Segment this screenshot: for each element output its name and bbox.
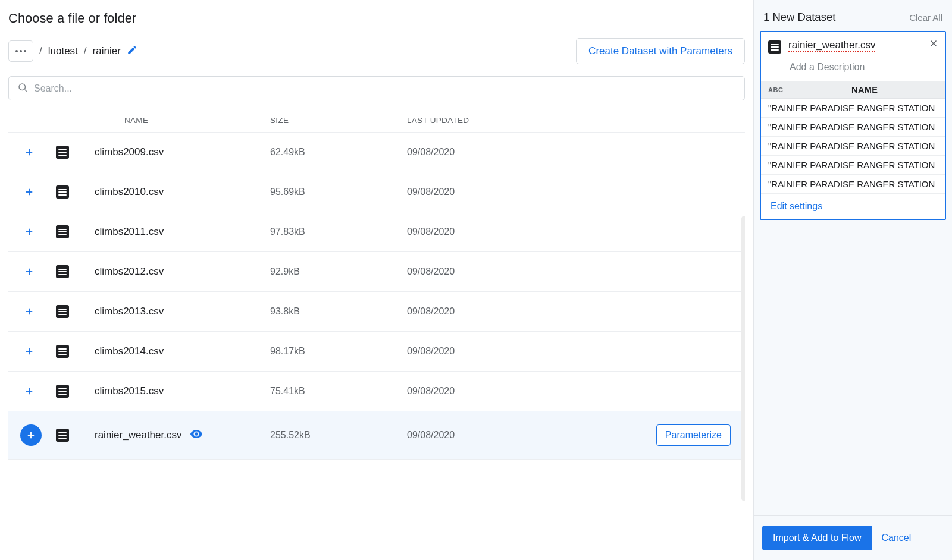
file-name: climbs2015.csv [95, 385, 164, 397]
right-panel-title: 1 New Dataset [763, 11, 835, 24]
table-row[interactable]: climbs2009.csv62.49kB09/08/2020 [8, 133, 745, 172]
file-icon [768, 40, 781, 54]
edit-settings-link[interactable]: Edit settings [761, 194, 945, 219]
clear-all-link[interactable]: Clear All [909, 12, 942, 23]
dataset-name-input[interactable]: rainier_weather.csv [788, 39, 875, 52]
file-name: climbs2011.csv [95, 226, 164, 238]
preview-row: "RAINIER PARADISE RANGER STATION [761, 175, 945, 194]
file-updated: 09/08/2020 [407, 430, 656, 441]
file-icon [56, 185, 69, 199]
right-panel-footer: Import & Add to Flow Cancel [754, 515, 952, 560]
column-header-size[interactable]: SIZE [270, 116, 407, 125]
file-updated: 09/08/2020 [407, 386, 656, 397]
file-icon [56, 345, 69, 358]
add-file-button[interactable] [23, 305, 36, 318]
file-size: 92.9kB [270, 266, 407, 277]
table-header-row: NAME SIZE LAST UPDATED [8, 109, 745, 133]
column-header-updated[interactable]: LAST UPDATED [407, 116, 656, 125]
table-row[interactable]: rainier_weather.csv255.52kB09/08/2020Par… [8, 411, 745, 460]
file-name: climbs2012.csv [95, 266, 164, 278]
file-icon [56, 385, 69, 398]
breadcrumb: / luotest / rainier [39, 45, 137, 58]
preview-row: "RAINIER PARADISE RANGER STATION [761, 137, 945, 156]
remove-file-button[interactable] [20, 424, 42, 446]
file-size: 93.8kB [270, 306, 407, 317]
search-icon [17, 82, 28, 95]
file-size: 75.41kB [270, 386, 407, 397]
preview-column-header: NAME [791, 85, 938, 95]
file-table: NAME SIZE LAST UPDATED climbs2009.csv62.… [8, 109, 745, 552]
cancel-link[interactable]: Cancel [882, 533, 912, 543]
breadcrumb-item[interactable]: rainier [93, 45, 121, 57]
table-row[interactable]: climbs2011.csv97.83kB09/08/2020 [8, 212, 745, 252]
breadcrumb-separator: / [39, 45, 42, 57]
file-size: 97.83kB [270, 226, 407, 237]
file-name: climbs2010.csv [95, 186, 164, 198]
file-name: climbs2014.csv [95, 345, 164, 357]
preview-row: "RAINIER PARADISE RANGER STATION [761, 118, 945, 137]
file-updated: 09/08/2020 [407, 306, 656, 317]
file-name: rainier_weather.csv [95, 429, 181, 441]
svg-line-1 [24, 89, 26, 91]
preview-icon[interactable] [190, 427, 203, 443]
datatype-icon: ABC [768, 86, 783, 93]
file-updated: 09/08/2020 [407, 346, 656, 357]
add-file-button[interactable] [23, 385, 36, 398]
preview-row: "RAINIER PARADISE RANGER STATION [761, 156, 945, 175]
dataset-card: rainier_weather.csv Add a Description AB… [760, 31, 946, 220]
file-icon [56, 265, 69, 278]
preview-header: ABC NAME [761, 81, 945, 99]
import-button[interactable]: Import & Add to Flow [762, 526, 872, 550]
right-panel: 1 New Dataset Clear All rainier_weather.… [753, 0, 952, 560]
file-updated: 09/08/2020 [407, 147, 656, 158]
table-row[interactable]: climbs2013.csv93.8kB09/08/2020 [8, 292, 745, 332]
file-icon [56, 225, 69, 238]
add-file-button[interactable] [23, 265, 36, 278]
svg-point-0 [19, 84, 26, 90]
file-size: 255.52kB [270, 430, 407, 441]
table-row[interactable]: climbs2015.csv75.41kB09/08/2020 [8, 372, 745, 411]
search-input[interactable] [34, 83, 736, 94]
search-box[interactable] [8, 76, 745, 100]
edit-icon[interactable] [127, 45, 137, 58]
dataset-description-input[interactable]: Add a Description [761, 57, 945, 81]
add-file-button[interactable] [23, 225, 36, 238]
file-icon [56, 429, 69, 442]
toolbar: / luotest / rainier Create Dataset with … [8, 38, 745, 64]
table-row[interactable]: climbs2012.csv92.9kB09/08/2020 [8, 252, 745, 292]
table-row[interactable]: climbs2014.csv98.17kB09/08/2020 [8, 332, 745, 372]
close-icon[interactable] [928, 38, 939, 51]
file-icon [56, 146, 69, 159]
parameterize-button[interactable]: Parameterize [656, 424, 731, 446]
add-file-button[interactable] [23, 185, 36, 199]
preview-row: "RAINIER PARADISE RANGER STATION [761, 99, 945, 118]
main-panel: Choose a file or folder / luotest / rain… [0, 0, 753, 560]
file-icon [56, 305, 69, 318]
page-title: Choose a file or folder [8, 11, 745, 26]
file-size: 95.69kB [270, 187, 407, 197]
table-row[interactable]: climbs2010.csv95.69kB09/08/2020 [8, 172, 745, 212]
breadcrumb-separator: / [84, 45, 87, 57]
file-updated: 09/08/2020 [407, 187, 656, 197]
more-icon [15, 50, 26, 52]
breadcrumb-item[interactable]: luotest [48, 45, 78, 57]
file-updated: 09/08/2020 [407, 226, 656, 237]
column-header-name[interactable]: NAME [95, 116, 270, 125]
add-file-button[interactable] [23, 146, 36, 159]
right-panel-header: 1 New Dataset Clear All [754, 0, 952, 31]
file-name: climbs2013.csv [95, 306, 164, 317]
scrollbar[interactable] [741, 216, 745, 501]
file-name: climbs2009.csv [95, 146, 164, 158]
file-size: 62.49kB [270, 147, 407, 158]
file-updated: 09/08/2020 [407, 266, 656, 277]
add-file-button[interactable] [23, 345, 36, 358]
more-button[interactable] [8, 40, 33, 62]
create-dataset-button[interactable]: Create Dataset with Parameters [576, 38, 745, 64]
file-size: 98.17kB [270, 346, 407, 357]
